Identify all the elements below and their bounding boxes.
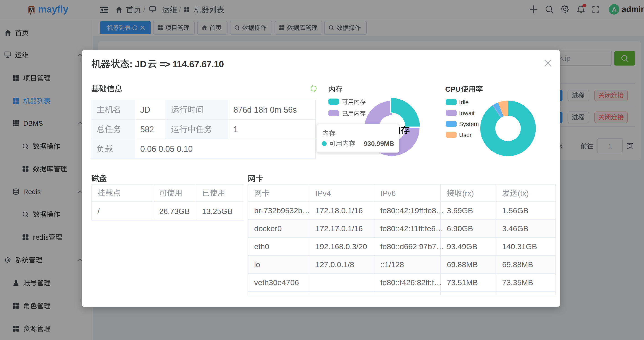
svg-text:eth0: eth0	[254, 242, 269, 251]
svg-text:IPv4: IPv4	[316, 189, 331, 198]
svg-text:::1/128: ::1/128	[380, 260, 404, 269]
svg-text:192.168.0.3/20: 192.168.0.3/20	[316, 242, 367, 251]
svg-text:(rx): (rx)	[462, 189, 474, 198]
svg-text:6.90GB: 6.90GB	[447, 224, 473, 233]
svg-text:lo: lo	[254, 260, 260, 269]
svg-text:127.0.0.1/8: 127.0.0.1/8	[316, 260, 354, 269]
svg-text:User: User	[459, 132, 472, 138]
svg-text:1.56GB: 1.56GB	[502, 206, 528, 215]
svg-text:3.69GB: 3.69GB	[447, 206, 473, 215]
svg-text:JD: JD	[135, 59, 146, 69]
svg-text:System: System	[459, 121, 479, 127]
svg-text:13.25GB: 13.25GB	[202, 207, 232, 216]
svg-text:Iowait: Iowait	[459, 110, 475, 116]
svg-text:69.88MB: 69.88MB	[502, 260, 533, 269]
svg-text:73.51MB: 73.51MB	[447, 278, 478, 287]
svg-text:93.49GB: 93.49GB	[447, 242, 477, 251]
svg-text:fe80::d662:97b7…: fe80::d662:97b7…	[380, 242, 444, 251]
svg-text:26.73GB: 26.73GB	[159, 207, 190, 216]
svg-text:fe80::42:11ff:fe6…: fe80::42:11ff:fe6…	[380, 224, 444, 233]
svg-text:3.46GB: 3.46GB	[502, 224, 528, 233]
svg-text:JD: JD	[140, 105, 150, 114]
svg-text:172.18.0.1/16: 172.18.0.1/16	[316, 206, 363, 215]
svg-text:172.17.0.1/16: 172.17.0.1/16	[316, 224, 363, 233]
svg-text:br-732b9532b…: br-732b9532b…	[254, 206, 310, 215]
svg-text:fe80::42:19ff:fe8…: fe80::42:19ff:fe8…	[380, 206, 444, 215]
svg-text:=> 114.67.67.10: => 114.67.67.10	[160, 59, 224, 69]
svg-text:582: 582	[140, 125, 154, 134]
svg-text:0.06 0.05 0.10: 0.06 0.05 0.10	[140, 144, 193, 154]
svg-text:69.88MB: 69.88MB	[447, 260, 478, 269]
svg-text:docker0: docker0	[254, 224, 282, 233]
svg-text:140.31GB: 140.31GB	[502, 242, 537, 251]
svg-text:1: 1	[234, 125, 238, 134]
svg-text:73.35MB: 73.35MB	[502, 278, 533, 287]
svg-text:930.99MB: 930.99MB	[364, 140, 394, 147]
svg-text:(tx): (tx)	[518, 189, 529, 198]
svg-text:876d 18h 0m 56s: 876d 18h 0m 56s	[234, 105, 297, 114]
svg-text:IPv6: IPv6	[380, 189, 396, 198]
svg-text:veth30e4706: veth30e4706	[254, 278, 299, 287]
svg-text:fe80::f426:82ff:f…: fe80::f426:82ff:f…	[380, 278, 442, 287]
svg-text:/: /	[98, 207, 100, 216]
svg-text:Idle: Idle	[459, 99, 469, 106]
svg-text:CPU: CPU	[445, 85, 461, 93]
